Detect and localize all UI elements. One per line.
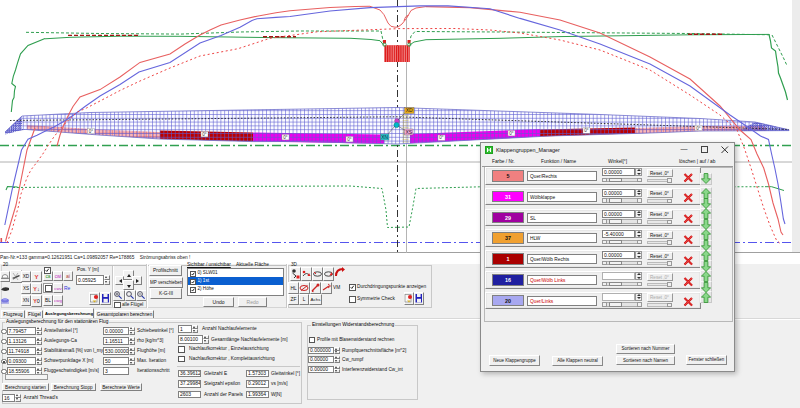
svg-text:0°: 0°	[439, 135, 444, 140]
svg-text:XD: XD	[406, 107, 413, 113]
svg-text:0°: 0°	[89, 129, 94, 134]
svg-text:0°: 0°	[509, 131, 514, 136]
svg-text:0°: 0°	[283, 135, 288, 140]
svg-text:0°: 0°	[696, 126, 701, 131]
svg-text:0°: 0°	[584, 128, 589, 133]
svg-text:0°: 0°	[347, 137, 352, 142]
svg-text:0°: 0°	[202, 132, 207, 137]
svg-text:XS: XS	[405, 129, 412, 135]
svg-text:XN: XN	[381, 134, 388, 140]
